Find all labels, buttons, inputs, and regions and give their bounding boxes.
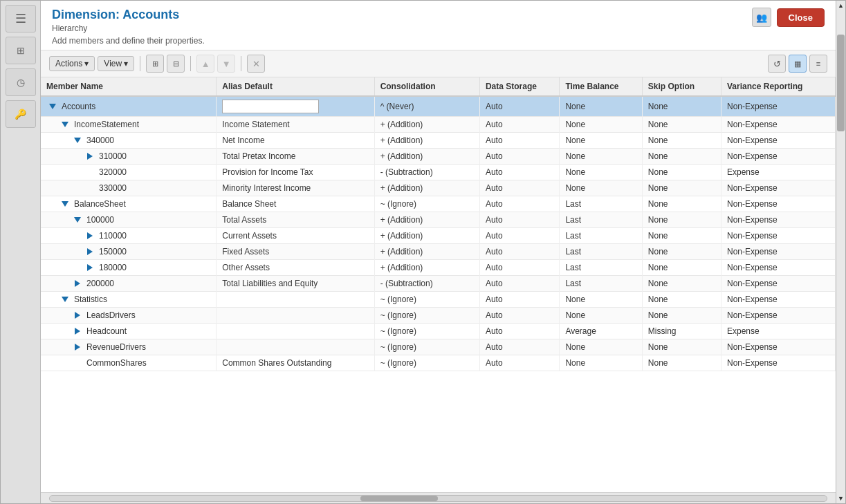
- table-row[interactable]: LeadsDrivers~ (Ignore)AutoNoneNoneNon-Ex…: [41, 308, 836, 324]
- expand-icon[interactable]: [73, 310, 82, 320]
- col-skip-option: Skip Option: [642, 77, 721, 96]
- cell-member-name[interactable]: 100000: [41, 212, 217, 228]
- expand-icon[interactable]: [85, 167, 95, 177]
- cell-member-name[interactable]: 110000: [41, 228, 217, 244]
- cell-member-name[interactable]: 180000: [41, 260, 217, 276]
- horizontal-scroll-track[interactable]: [49, 495, 827, 502]
- sidebar-item-clock[interactable]: ◷: [6, 68, 36, 96]
- cell-skip-option: None: [642, 196, 721, 212]
- user-group-icon-btn[interactable]: 👥: [752, 8, 771, 27]
- separator-1: [140, 56, 140, 71]
- table-body: Accounts^ (Never)AutoNoneNoneNon-Expense…: [41, 96, 836, 371]
- page-subtitle: Hierarchy: [52, 24, 205, 33]
- cell-member-name[interactable]: 340000: [41, 133, 217, 149]
- vertical-scroll-thumb[interactable]: [837, 35, 845, 131]
- table-row[interactable]: 150000Fixed Assets+ (Addition)AutoLastNo…: [41, 244, 836, 260]
- sidebar-item-key[interactable]: 🔑: [6, 100, 36, 128]
- cell-time-balance: Last: [560, 260, 642, 276]
- expand-icon[interactable]: [73, 358, 82, 368]
- expand-icon[interactable]: [73, 326, 82, 336]
- sidebar-item-list[interactable]: ☰: [6, 5, 36, 32]
- cell-skip-option: Missing: [642, 324, 721, 339]
- cell-member-name[interactable]: RevenueDrivers: [41, 339, 217, 355]
- table-row[interactable]: IncomeStatementIncome Statement+ (Additi…: [41, 117, 836, 133]
- close-button[interactable]: Close: [777, 8, 825, 27]
- expand-icon[interactable]: [60, 295, 70, 304]
- cell-alias: Balance Sheet: [217, 196, 374, 212]
- bottom-scrollbar[interactable]: [41, 492, 836, 503]
- expand-icon[interactable]: [73, 342, 82, 352]
- table-row[interactable]: Statistics~ (Ignore)AutoNoneNoneNon-Expe…: [41, 292, 836, 308]
- cell-member-name[interactable]: 330000: [41, 180, 217, 196]
- table-row[interactable]: 110000Current Assets+ (Addition)AutoLast…: [41, 228, 836, 244]
- cell-member-name[interactable]: LeadsDrivers: [41, 308, 217, 324]
- table-row[interactable]: RevenueDrivers~ (Ignore)AutoNoneNoneNon-…: [41, 339, 836, 355]
- actions-button[interactable]: Actions ▾: [49, 56, 95, 71]
- expand-icon[interactable]: [85, 231, 95, 241]
- cell-skip-option: None: [642, 292, 721, 308]
- table-row[interactable]: 180000Other Assets+ (Addition)AutoLastNo…: [41, 260, 836, 276]
- cell-member-name[interactable]: CommonShares: [41, 355, 217, 371]
- cell-member-name[interactable]: BalanceSheet: [41, 196, 217, 212]
- scroll-down-btn[interactable]: ▼: [836, 494, 845, 503]
- cell-alias: Other Assets: [217, 260, 374, 276]
- cell-member-name[interactable]: Statistics: [41, 292, 217, 308]
- user-group-icon: 👥: [756, 12, 767, 23]
- cell-member-name[interactable]: Headcount: [41, 324, 217, 339]
- cell-member-name[interactable]: 150000: [41, 244, 217, 260]
- cell-time-balance: None: [560, 180, 642, 196]
- table-row[interactable]: Accounts^ (Never)AutoNoneNoneNon-Expense: [41, 96, 836, 117]
- refresh-btn[interactable]: ↺: [768, 55, 786, 73]
- cell-variance-reporting: Expense: [721, 324, 836, 339]
- cell-skip-option: None: [642, 308, 721, 324]
- cell-member-name[interactable]: IncomeStatement: [41, 117, 217, 133]
- table-row[interactable]: 310000Total Pretax Income+ (Addition)Aut…: [41, 149, 836, 165]
- scroll-up-btn[interactable]: ▲: [836, 1, 845, 10]
- toolbar: Actions ▾ View ▾ ⊞ ⊟ ▲ ▼ ✕: [41, 50, 836, 77]
- cell-time-balance: Last: [560, 276, 642, 292]
- move-down-btn[interactable]: ▼: [217, 55, 235, 73]
- table-row[interactable]: 100000Total Assets+ (Addition)AutoLastNo…: [41, 212, 836, 228]
- expand-icon[interactable]: [60, 120, 70, 129]
- expand-icon[interactable]: [48, 102, 57, 111]
- clock-icon: ◷: [17, 77, 25, 88]
- cell-member-name[interactable]: 320000: [41, 165, 217, 180]
- detail-view-btn[interactable]: ≡: [809, 55, 827, 73]
- refresh-icon: ↺: [773, 59, 781, 69]
- expand-icon[interactable]: [85, 263, 95, 272]
- expand-icon[interactable]: [85, 247, 95, 256]
- expand-icon[interactable]: [85, 151, 95, 161]
- cell-consolidation: ~ (Ignore): [374, 355, 479, 371]
- table-row[interactable]: 340000Net Income+ (Addition)AutoNoneNone…: [41, 133, 836, 149]
- delete-btn[interactable]: ✕: [247, 55, 265, 73]
- cell-alias: Total Pretax Income: [217, 149, 374, 165]
- alias-input[interactable]: [222, 100, 319, 113]
- indent-decrease-btn[interactable]: ⊟: [167, 55, 185, 73]
- table-row[interactable]: BalanceSheetBalance Sheet~ (Ignore)AutoL…: [41, 196, 836, 212]
- table-row[interactable]: 320000Provision for Income Tax- (Subtrac…: [41, 165, 836, 180]
- cell-variance-reporting: Expense: [721, 165, 836, 180]
- move-up-btn[interactable]: ▲: [196, 55, 214, 73]
- expand-icon[interactable]: [60, 199, 70, 209]
- expand-icon[interactable]: [73, 279, 82, 288]
- cell-member-name[interactable]: Accounts: [41, 96, 217, 117]
- cell-variance-reporting: Non-Expense: [721, 133, 836, 149]
- table-row[interactable]: Headcount~ (Ignore)AutoAverageMissingExp…: [41, 324, 836, 339]
- table-row[interactable]: 200000Total Liabilities and Equity- (Sub…: [41, 276, 836, 292]
- right-scrollbar[interactable]: ▲ ▼: [836, 1, 845, 503]
- sidebar-item-grid[interactable]: ⊞: [6, 37, 36, 64]
- horizontal-scroll-thumb[interactable]: [360, 496, 438, 501]
- cell-variance-reporting: Non-Expense: [721, 212, 836, 228]
- cell-member-name[interactable]: 310000: [41, 149, 217, 165]
- cell-alias[interactable]: [217, 96, 374, 117]
- grid-view-btn[interactable]: ▦: [789, 55, 807, 73]
- table-row[interactable]: CommonSharesCommon Shares Outstanding~ (…: [41, 355, 836, 371]
- cell-member-name[interactable]: 200000: [41, 276, 217, 292]
- view-button[interactable]: View ▾: [98, 56, 134, 71]
- expand-icon[interactable]: [73, 215, 82, 225]
- expand-icon[interactable]: [73, 136, 82, 145]
- expand-icon[interactable]: [85, 183, 95, 193]
- table-row[interactable]: 330000Minority Interest Income+ (Additio…: [41, 180, 836, 196]
- indent-increase-btn[interactable]: ⊞: [146, 55, 164, 73]
- cell-variance-reporting: Non-Expense: [721, 180, 836, 196]
